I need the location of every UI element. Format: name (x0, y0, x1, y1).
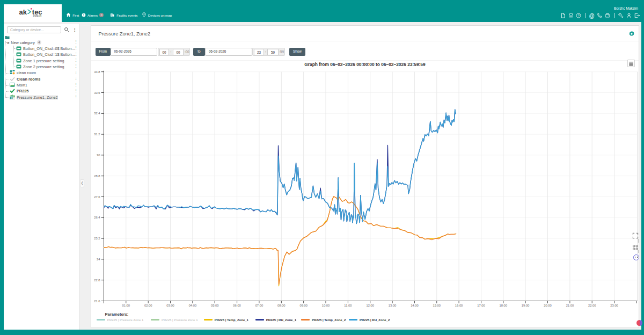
svg-text:34.8: 34.8 (94, 70, 100, 74)
svg-text:20:00: 20:00 (544, 304, 552, 307)
svg-text:31.2: 31.2 (94, 133, 100, 136)
svg-text:24: 24 (97, 258, 100, 261)
svg-text:11:00: 11:00 (344, 304, 352, 307)
svg-text:04:00: 04:00 (189, 304, 197, 307)
svg-text:15:00: 15:00 (433, 304, 441, 307)
svg-text:16:00: 16:00 (455, 304, 463, 307)
svg-text:23:00: 23:00 (610, 304, 618, 307)
svg-text:28.8: 28.8 (94, 174, 100, 178)
svg-text:18:00: 18:00 (500, 304, 508, 307)
svg-text:01:00: 01:00 (122, 304, 130, 307)
svg-text:14:00: 14:00 (411, 304, 419, 307)
svg-text:32.4: 32.4 (94, 112, 100, 115)
svg-text:30: 30 (97, 154, 100, 157)
svg-text:07:00: 07:00 (255, 304, 264, 307)
svg-text:33.6: 33.6 (94, 91, 100, 94)
svg-text:@: @ (589, 13, 594, 19)
svg-text:?: ? (577, 13, 580, 17)
svg-text:22:00: 22:00 (588, 304, 596, 307)
svg-text:22.8: 22.8 (94, 279, 100, 282)
svg-text:05:00: 05:00 (211, 304, 219, 307)
svg-text:02:00: 02:00 (144, 304, 152, 307)
svg-text:17:00: 17:00 (477, 304, 485, 307)
svg-text:ak: ak (19, 8, 27, 16)
svg-text:12:00: 12:00 (366, 304, 374, 307)
svg-text:06:00: 06:00 (233, 304, 241, 307)
svg-text:cloud: cloud (33, 14, 42, 18)
svg-text:21.6: 21.6 (94, 300, 100, 303)
svg-text:13:00: 13:00 (389, 304, 397, 307)
svg-text:19:00: 19:00 (522, 304, 530, 307)
svg-text:09:00: 09:00 (299, 304, 308, 307)
svg-text:27.6: 27.6 (94, 195, 100, 199)
svg-text:26.4: 26.4 (94, 216, 100, 219)
svg-text:21:00: 21:00 (566, 304, 574, 307)
svg-text:08:00: 08:00 (277, 304, 286, 307)
svg-text:25.2: 25.2 (94, 237, 100, 240)
svg-text:03:00: 03:00 (166, 304, 174, 307)
svg-text:10:00: 10:00 (322, 304, 330, 307)
